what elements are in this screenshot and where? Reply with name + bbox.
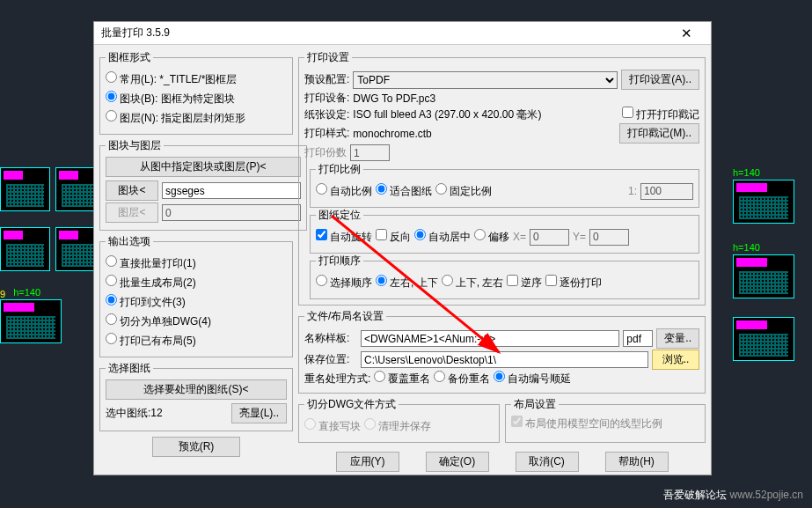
- frame-common-radio[interactable]: 常用(L): *_TITLE/*图框层: [106, 71, 237, 87]
- output-options-group: 输出选项 直接批量打印(1) 批量生成布局(2) 打印到文件(3) 切分为单独D…: [99, 234, 293, 357]
- order-lr-radio[interactable]: 左右, 上下: [376, 275, 438, 291]
- offset-y-input: [589, 229, 629, 246]
- rename-backup-radio[interactable]: 备份重名: [434, 371, 490, 387]
- scale-auto-radio[interactable]: 自动比例: [316, 183, 372, 199]
- browse-button[interactable]: 浏览..: [652, 350, 699, 370]
- auto-rotate-check[interactable]: 自动旋转: [316, 229, 372, 245]
- scale-fixed-radio[interactable]: 固定比例: [435, 183, 492, 199]
- block-button[interactable]: 图块<: [106, 180, 158, 201]
- save-path-input[interactable]: [361, 351, 648, 368]
- output-layout-radio[interactable]: 批量生成布局(2): [106, 275, 196, 291]
- layout-scale-check: 布局使用模型空间的线型比例: [511, 417, 662, 430]
- copies-input: [350, 144, 390, 161]
- split-group: 切分DWG文件方式 直接写块 清理并保存: [298, 397, 500, 443]
- order-rev-check[interactable]: 逆序: [507, 275, 542, 291]
- naming-group: 文件/布局名设置 名称样板: 变量.. 保存位置: 浏览.. 重名处理方式: 覆…: [298, 309, 706, 394]
- center-radio[interactable]: 自动居中: [414, 229, 471, 245]
- offset-radio[interactable]: 偏移: [474, 229, 509, 245]
- order-ud-radio[interactable]: 上下, 左右: [442, 275, 504, 291]
- pick-from-drawing-button[interactable]: 从图中指定图块或图层(P)<: [106, 157, 301, 177]
- name-template-input[interactable]: [361, 330, 619, 347]
- variable-button[interactable]: 变量..: [656, 328, 699, 349]
- cancel-button[interactable]: 取消(C): [516, 452, 579, 472]
- close-icon[interactable]: ✕: [669, 26, 704, 41]
- apply-button[interactable]: 应用(Y): [336, 452, 399, 472]
- frame-block-radio[interactable]: 图块(B): 图框为特定图块: [106, 91, 235, 107]
- block-name-input[interactable]: [162, 182, 301, 199]
- order-sel-radio[interactable]: 选择顺序: [316, 275, 372, 291]
- order-each-check[interactable]: 逐份打印: [545, 275, 602, 291]
- output-split-radio[interactable]: 切分为单独DWG(4): [106, 313, 211, 329]
- ext-input[interactable]: [623, 330, 653, 347]
- ok-button[interactable]: 确定(O): [426, 452, 489, 472]
- dialog-title: 批量打印 3.5.9: [101, 26, 170, 40]
- frame-form-group: 图框形式 常用(L): *_TITLE/*图框层 图块(B): 图框为特定图块 …: [99, 50, 293, 135]
- order-group: 打印顺序 选择顺序 左右, 上下 上下, 左右 逆序 逐份打印: [310, 254, 699, 299]
- layer-name-input: [162, 204, 301, 221]
- locate-group: 图纸定位 自动旋转 反向 自动居中 偏移 X= Y=: [310, 208, 699, 254]
- print-settings-group: 打印设置 预设配置: ToPDF 打印设置(A).. 打印设备:DWG To P…: [298, 50, 706, 306]
- select-paper-group: 选择图纸 选择要处理的图纸(S)< 选中图纸:12 亮显(L)..: [99, 361, 293, 431]
- offset-x-input: [530, 229, 569, 246]
- scale-value-input: [640, 183, 693, 200]
- rename-auto-radio[interactable]: 自动编号顺延: [494, 371, 571, 387]
- rename-overwrite-radio[interactable]: 覆盖重名: [374, 371, 430, 387]
- split-clean-radio: 清理并保存: [364, 418, 431, 434]
- stamp-button[interactable]: 打印戳记(M)..: [619, 123, 699, 144]
- selected-count-label: 选中图纸:12: [106, 406, 163, 421]
- frame-layer-radio[interactable]: 图层(N): 指定图层封闭矩形: [106, 110, 245, 126]
- scale-fit-radio[interactable]: 适合图纸: [376, 183, 432, 199]
- scale-group: 打印比例 自动比例 适合图纸 固定比例 1:: [310, 162, 699, 208]
- help-button[interactable]: 帮助(H): [605, 452, 669, 472]
- stamp-check[interactable]: 打开打印戳记: [622, 107, 699, 122]
- print-settings-button[interactable]: 打印设置(A)..: [621, 70, 699, 90]
- output-existing-radio[interactable]: 打印已有布局(5): [106, 333, 196, 349]
- select-sheets-button[interactable]: 选择要处理的图纸(S)<: [106, 379, 287, 400]
- output-file-radio[interactable]: 打印到文件(3): [106, 294, 186, 310]
- layer-button: 图层<: [106, 202, 158, 223]
- highlight-button[interactable]: 亮显(L)..: [231, 403, 287, 423]
- batch-print-dialog: 批量打印 3.5.9 ✕ 图框形式 常用(L): *_TITLE/*图框层 图块…: [93, 21, 712, 475]
- layout-group: 布局设置 布局使用模型空间的线型比例: [505, 397, 706, 443]
- reverse-check[interactable]: 反向: [376, 229, 411, 245]
- split-direct-radio: 直接写块: [304, 418, 361, 434]
- block-layer-group: 图块与图层 从图中指定图块或图层(P)< 图块< 图层<: [99, 138, 307, 231]
- preview-button[interactable]: 预览(R): [152, 437, 240, 457]
- preset-select[interactable]: ToPDF: [353, 71, 618, 89]
- watermark: 吾爱破解论坛 www.52pojie.cn: [663, 488, 803, 503]
- output-direct-radio[interactable]: 直接批量打印(1): [106, 255, 196, 271]
